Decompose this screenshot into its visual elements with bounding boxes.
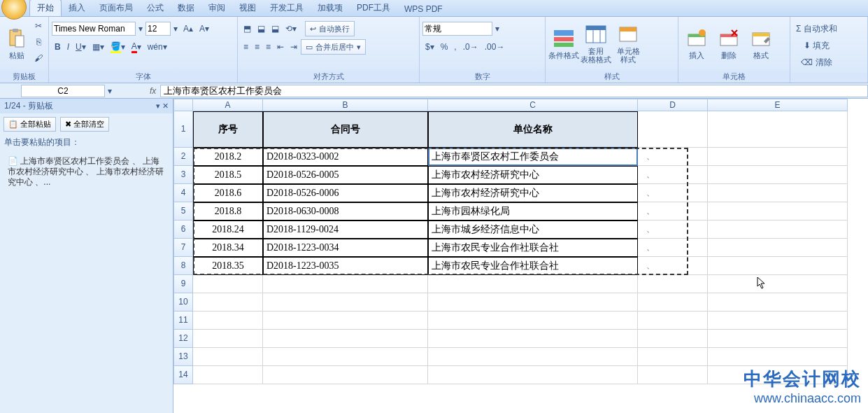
tab-view[interactable]: 视图 bbox=[232, 0, 263, 16]
tab-data[interactable]: 数据 bbox=[171, 0, 201, 16]
cell[interactable] bbox=[263, 275, 428, 293]
formula-bar[interactable] bbox=[160, 85, 868, 97]
cell[interactable] bbox=[708, 220, 848, 239]
tab-dev[interactable]: 开发工具 bbox=[263, 0, 311, 16]
font-color-button[interactable]: A▾ bbox=[129, 39, 144, 55]
cell[interactable]: 、 bbox=[638, 257, 708, 275]
col-E[interactable]: E bbox=[708, 99, 848, 111]
row-14[interactable]: 14 bbox=[173, 366, 193, 384]
font-size-input[interactable] bbox=[145, 22, 171, 36]
fill-button[interactable]: ⬇ 填充 bbox=[793, 38, 840, 53]
cell[interactable] bbox=[428, 312, 638, 330]
row-11[interactable]: 11 bbox=[173, 312, 193, 330]
cell[interactable] bbox=[428, 275, 638, 293]
cell[interactable]: 序号 bbox=[193, 111, 263, 148]
cell[interactable]: 上海市农民专业合作社联合社 bbox=[428, 239, 638, 257]
name-box[interactable] bbox=[21, 85, 105, 97]
border-button[interactable]: ▦▾ bbox=[90, 39, 107, 55]
cell[interactable]: 2018.2 bbox=[193, 148, 263, 166]
select-all-corner[interactable] bbox=[173, 99, 193, 111]
row-12[interactable]: 12 bbox=[173, 330, 193, 348]
cell[interactable]: 上海市农村经济研究中心 bbox=[428, 184, 638, 202]
cell[interactable]: 上海市园林绿化局 bbox=[428, 202, 638, 220]
cell[interactable]: D2018-1129-0024 bbox=[263, 220, 428, 239]
cell[interactable] bbox=[193, 366, 263, 384]
cell[interactable] bbox=[193, 348, 263, 366]
cell[interactable] bbox=[638, 111, 708, 148]
cell[interactable] bbox=[428, 330, 638, 348]
fx-icon[interactable]: fx bbox=[150, 86, 156, 96]
cell[interactable] bbox=[708, 293, 848, 312]
row-10[interactable]: 10 bbox=[173, 293, 193, 312]
increase-decimal-button[interactable]: .0→ bbox=[460, 39, 481, 55]
align-middle-button[interactable]: ⬓ bbox=[255, 21, 268, 36]
tab-layout[interactable]: 页面布局 bbox=[92, 0, 140, 16]
cell[interactable] bbox=[263, 330, 428, 348]
cell[interactable] bbox=[263, 366, 428, 384]
cell[interactable] bbox=[708, 257, 848, 275]
cell[interactable] bbox=[263, 312, 428, 330]
cell[interactable]: 上海市农村经济研究中心 bbox=[428, 166, 638, 184]
cell[interactable] bbox=[428, 293, 638, 312]
number-format-dropdown[interactable]: ▾ bbox=[493, 21, 501, 36]
cell[interactable] bbox=[638, 330, 708, 348]
format-cells-button[interactable]: 格式 bbox=[746, 18, 776, 69]
cell[interactable]: 2018.35 bbox=[193, 257, 263, 275]
cell[interactable] bbox=[708, 166, 848, 184]
row-2[interactable]: 2 bbox=[173, 148, 193, 166]
cell[interactable] bbox=[708, 330, 848, 348]
font-dropdown[interactable]: ▾ bbox=[136, 21, 145, 36]
clear-button[interactable]: ⌫ 清除 bbox=[793, 55, 840, 70]
cell[interactable]: 上海市奉贤区农村工作委员会 bbox=[428, 148, 638, 166]
cell[interactable] bbox=[638, 275, 708, 293]
autosum-button[interactable]: Σ 自动求和 bbox=[793, 21, 840, 36]
cell[interactable]: D2018-0630-0008 bbox=[263, 202, 428, 220]
number-format-select[interactable] bbox=[422, 22, 492, 36]
cell[interactable] bbox=[428, 348, 638, 366]
copy-button[interactable]: ⎘ bbox=[31, 34, 45, 50]
insert-cells-button[interactable]: 插入 bbox=[681, 18, 712, 69]
size-dropdown[interactable]: ▾ bbox=[171, 21, 180, 36]
cell[interactable]: D2018-0526-0006 bbox=[263, 184, 428, 202]
cell-styles-button[interactable]: 单元格 样式 bbox=[613, 18, 643, 69]
cell[interactable]: 2018.5 bbox=[193, 166, 263, 184]
cell[interactable] bbox=[708, 275, 848, 293]
row-6[interactable]: 6 bbox=[173, 220, 193, 239]
col-B[interactable]: B bbox=[263, 99, 428, 111]
clear-all-button[interactable]: ✖全部清空 bbox=[60, 117, 109, 132]
cell[interactable] bbox=[428, 366, 638, 384]
cell[interactable] bbox=[638, 348, 708, 366]
cell[interactable] bbox=[708, 239, 848, 257]
clipboard-item[interactable]: 📄 上海市奉贤区农村工作委员会 、 上海市农村经济研究中心 、 上海市农村经济研… bbox=[4, 153, 169, 191]
cell[interactable] bbox=[638, 312, 708, 330]
cell[interactable]: 、 bbox=[638, 220, 708, 239]
tab-review[interactable]: 审阅 bbox=[201, 0, 232, 16]
currency-button[interactable]: $▾ bbox=[422, 39, 437, 55]
row-5[interactable]: 5 bbox=[173, 202, 193, 220]
cell[interactable]: 、 bbox=[638, 202, 708, 220]
row-1[interactable]: 1 bbox=[173, 111, 193, 148]
cell[interactable] bbox=[193, 293, 263, 312]
tab-home[interactable]: 开始 bbox=[29, 0, 62, 16]
row-headers[interactable]: 1 2 3 4 5 6 7 8 9 10 11 12 13 14 bbox=[173, 111, 193, 384]
underline-button[interactable]: U▾ bbox=[73, 39, 89, 55]
align-left-button[interactable]: ≡ bbox=[241, 39, 251, 55]
decrease-decimal-button[interactable]: .00→ bbox=[482, 39, 508, 55]
cell[interactable] bbox=[193, 312, 263, 330]
col-A[interactable]: A bbox=[193, 99, 263, 111]
row-13[interactable]: 13 bbox=[173, 348, 193, 366]
cell[interactable] bbox=[263, 293, 428, 312]
percent-button[interactable]: % bbox=[438, 39, 451, 55]
bold-button[interactable]: B bbox=[52, 39, 64, 55]
tab-wps[interactable]: WPS PDF bbox=[397, 2, 450, 16]
col-D[interactable]: D bbox=[638, 99, 708, 111]
cell[interactable]: D2018-1223-0035 bbox=[263, 257, 428, 275]
shrink-font-button[interactable]: A▾ bbox=[197, 21, 212, 36]
cell[interactable] bbox=[708, 366, 848, 384]
cell[interactable] bbox=[263, 348, 428, 366]
paste-all-button[interactable]: 📋全部粘贴 bbox=[3, 117, 56, 132]
conditional-format-button[interactable]: 条件格式 bbox=[548, 18, 579, 69]
cell[interactable] bbox=[708, 312, 848, 330]
cell[interactable]: 2018.6 bbox=[193, 184, 263, 202]
column-headers[interactable]: A B C D E bbox=[193, 99, 848, 111]
